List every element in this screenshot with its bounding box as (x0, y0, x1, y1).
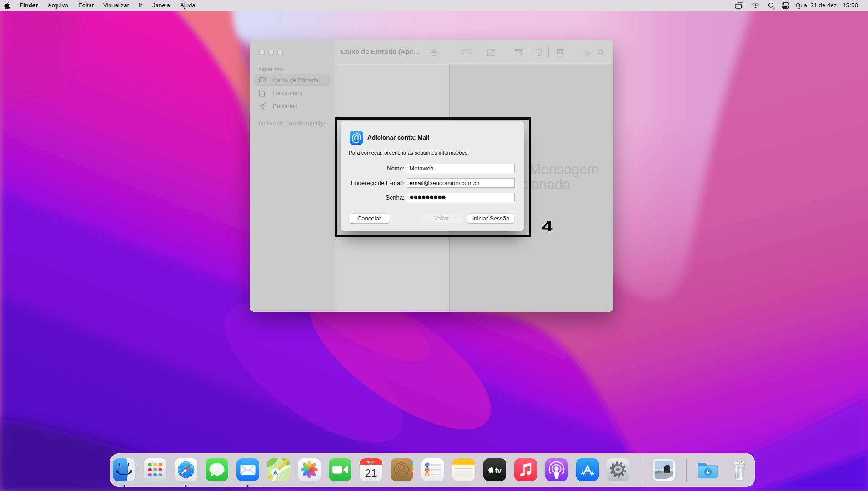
svg-text:21: 21 (365, 467, 377, 479)
svg-text:tv: tv (495, 467, 501, 475)
svg-text:@: @ (351, 132, 361, 144)
svg-text:DEZ.: DEZ. (367, 460, 375, 464)
